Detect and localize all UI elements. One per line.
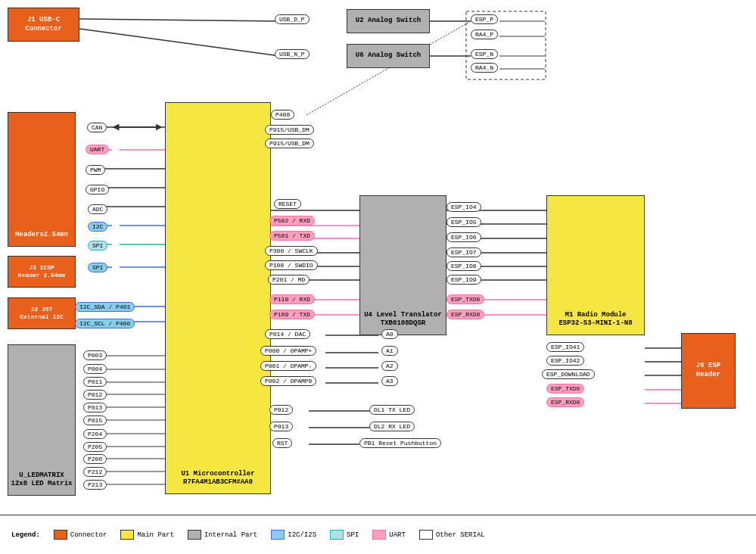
p206-pill: P206 [83, 454, 107, 464]
dl1-tx-pill: DL1 TX LED [369, 405, 415, 415]
legend-internal: Internal Part [188, 530, 257, 540]
p014-dac-pill: P014 / DAC [265, 329, 310, 339]
dl2-rx-pill: DL2 RX LED [369, 422, 415, 431]
p201-md-pill: P201 / MD [268, 275, 310, 285]
spi-header-pill: SPI [88, 241, 107, 251]
p408-pill: P408 [271, 110, 294, 120]
a3-pill: A3 [381, 376, 398, 386]
p012-led-pill: P012 [269, 405, 293, 415]
esp-io4-pill: ESP_IO4 [446, 202, 481, 212]
i2c-pill: I2C [88, 222, 107, 232]
u4-level-block: U4 Level Translator TXB0108DQSR [359, 195, 446, 335]
p003-pill: P003 [83, 350, 107, 360]
usb-np-pill: USB_N_P [275, 49, 310, 59]
p002-opamp-pill: P002 / OPAMP0 [260, 376, 316, 386]
headers-block: Headers2.54mm [8, 112, 76, 247]
p502-rxd-pill: P502 / RXD [269, 216, 315, 226]
rst-pill: RST [272, 438, 292, 448]
legend-uart-swatch [372, 530, 386, 540]
p213-pill: P213 [83, 480, 107, 490]
p012-lm-pill: P012 [83, 390, 107, 400]
legend-uart: UART [372, 530, 406, 540]
esp-download-pill: ESP_DOWNLOAD [542, 369, 595, 379]
svg-line-12 [306, 21, 471, 115]
esp-rxd0-u4-pill: ESP_RXD0 [446, 310, 484, 319]
esp-io8-pill: ESP_IO8 [446, 261, 481, 271]
j3-icsp-block: J3 ICSP Header 2.54mm [8, 256, 76, 288]
i2cscl-pill: I2C_SCL / P400 [75, 319, 135, 328]
uart-pill: UART [86, 145, 109, 154]
legend-spi-label: SPI [347, 531, 359, 539]
esp-io6-pill: ESP_IO6 [446, 232, 481, 242]
j2-jst-block: J2 JST External I2C [8, 297, 76, 329]
legend-main: Main Part [120, 530, 174, 540]
a1-pill: A1 [381, 346, 398, 356]
legend-internal-label: Internal Part [204, 531, 257, 539]
i2csda-pill: I2C_SDA / P401 [75, 302, 135, 312]
can-pill: CAN [87, 123, 107, 132]
p108-swdio-pill: P108 / SWDIO [265, 260, 318, 270]
esp-io5-pill: ESP_IO5 [446, 217, 481, 227]
p501-txd-pill: P501 / TXD [269, 231, 315, 241]
legend-internal-swatch [188, 530, 201, 540]
esp-txd0-j6-pill: ESP_TXD0 [546, 384, 584, 394]
usb-dp-pill: USB_D_P [275, 14, 310, 24]
spi-j3-pill: SPI [88, 263, 107, 272]
p915-2-pill: P915/USB_DM [265, 138, 314, 148]
legend-other-swatch [419, 530, 433, 540]
pb1-reset-pill: PB1 Reset Pushbutton [359, 438, 441, 448]
esp-txd0-u4-pill: ESP_TXD0 [446, 294, 484, 304]
p015-pill: P015 [83, 416, 107, 425]
j1-usb-c-block: J1 USB-C Connector [8, 8, 79, 42]
u2-analog-block: U2 Analog Switch [347, 9, 430, 33]
p300-swclk-pill: P300 / SWCLK [265, 246, 318, 256]
esp-io41-pill: ESP_IO41 [546, 342, 584, 352]
p109-txd-pill: P109 / TXD [269, 310, 315, 319]
pwm-pill: PWM [86, 165, 105, 175]
esp-rxd0-j6-pill: ESP_RXD0 [546, 397, 584, 407]
esp-io42-pill: ESP_IO42 [546, 356, 584, 366]
j6-esp-block: J6 ESP Header [681, 333, 736, 409]
a0-pill: A0 [381, 329, 398, 339]
ra4-n-pill: RA4_N [471, 63, 498, 73]
legend-other-label: Other SERIAL [436, 531, 485, 539]
p013-led-pill: P013 [269, 422, 293, 431]
p205-pill: P205 [83, 442, 107, 452]
svg-line-2 [79, 29, 280, 56]
reset-pill: RESET [274, 199, 301, 209]
legend-i2c-label: I2C/I2S [288, 531, 316, 539]
p212-pill: P212 [83, 467, 107, 477]
legend-connector: Connector [54, 530, 107, 540]
p204-pill: P204 [83, 429, 107, 439]
legend-i2c: I2C/I2S [271, 530, 316, 540]
p915-1-pill: P915/USB_DM [265, 125, 314, 135]
legend-i2c-swatch [271, 530, 285, 540]
u-ledmatrix-block: U_LEDMATRIX 12x8 LED Matrix [8, 344, 76, 496]
a2-pill: A2 [381, 361, 398, 371]
p110-rxd-pill: P110 / RXD [269, 294, 315, 304]
p004-pill: P004 [83, 364, 107, 374]
svg-line-0 [79, 19, 280, 21]
p011-pill: P011 [83, 377, 107, 387]
u1-mcu-block: U1 Microcontroller R7FA4M1AB3CFM#AA0 [165, 102, 271, 494]
legend-uart-label: UART [389, 531, 406, 539]
esp-io9-pill: ESP_IO9 [446, 275, 481, 285]
adc-pill: ADC [88, 204, 107, 214]
ra4-p-pill: RA4_P [471, 30, 498, 39]
p000-opamp-pill: P000 / OPAMP+ [260, 346, 316, 356]
legend-spi: SPI [330, 530, 359, 540]
legend-connector-label: Connector [70, 531, 107, 539]
gpio-pill: GPIO [86, 185, 109, 195]
legend-connector-swatch [54, 530, 67, 540]
diagram-area: J1 USB-C Connector Headers2.54mm J3 ICSP… [0, 0, 756, 515]
esp-io7-pill: ESP_IO7 [446, 247, 481, 257]
esp-p-pill: ESP_P [471, 14, 498, 24]
esp-n-pill: ESP_N [471, 49, 498, 59]
legend-main-swatch [120, 530, 134, 540]
legend-other: Other SERIAL [419, 530, 485, 540]
legend-label: Legend: [11, 531, 40, 539]
legend-spi-swatch [330, 530, 344, 540]
m1-radio-block: M1 Radio Module ESP32-S3-MINI-1-N8 [546, 195, 645, 335]
legend-area: Legend: Connector Main Part Internal Par… [0, 515, 756, 554]
p013-lm-pill: P013 [83, 403, 107, 412]
